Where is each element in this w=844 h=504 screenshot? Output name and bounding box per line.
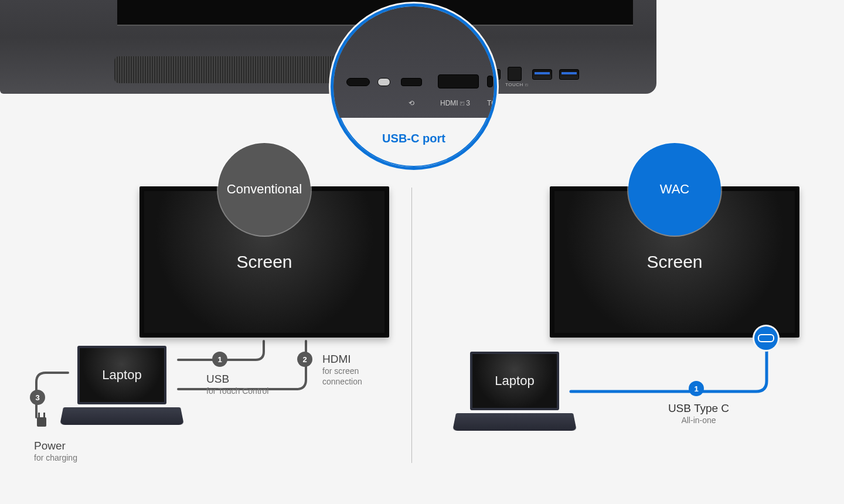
- vertical-divider: [411, 188, 412, 463]
- zoom-label-usbc-icon: ⟲: [409, 99, 414, 107]
- device-bezel: 3 TOUCH ⏍: [0, 0, 656, 94]
- left-laptop-label: Laptop: [80, 348, 164, 402]
- step-blue-badge: 1: [689, 381, 704, 396]
- port-label-touch: TOUCH ⏍: [505, 82, 528, 87]
- caption-power-title: Power: [34, 440, 77, 452]
- left-laptop: Laptop: [63, 346, 181, 431]
- right-laptop: Laptop: [456, 352, 573, 437]
- caption-usbc-sub: All-in-one: [663, 415, 734, 425]
- badge-conventional: Conventional: [218, 143, 311, 236]
- caption-hdmi-sub: for screen connection: [322, 366, 393, 387]
- caption-usb-sub: for Touch Control: [206, 386, 268, 396]
- caption-power-sub: for charging: [34, 452, 77, 463]
- caption-usbc: USB Type C All-in-one: [663, 402, 734, 425]
- caption-hdmi: HDMI for screen connection: [322, 353, 393, 387]
- port-usb-b: [508, 67, 522, 81]
- zoom-port-light: [377, 78, 390, 86]
- power-plug-icon: [35, 417, 48, 431]
- caption-hdmi-title: HDMI: [322, 353, 393, 366]
- step-2-badge: 2: [297, 352, 312, 367]
- port-usb-a-1: [532, 69, 552, 80]
- speaker-grille: [114, 56, 343, 83]
- step-3-badge: 3: [30, 390, 45, 405]
- zoom-label-hdmi: HDMI ⏍ 3: [440, 99, 470, 107]
- badge-wac-label: WAC: [660, 182, 690, 197]
- step-3-number: 3: [35, 393, 39, 402]
- step-blue-number: 1: [694, 384, 698, 393]
- zoom-port-usbc: [401, 78, 422, 86]
- zoom-port-edge: [487, 76, 493, 87]
- port-usb-a-2: [559, 69, 579, 80]
- zoom-port-hdmi: [438, 74, 479, 88]
- right-laptop-label: Laptop: [472, 354, 557, 408]
- caption-usb-title: USB: [206, 373, 268, 386]
- caption-usb: USB for Touch Control: [206, 373, 268, 396]
- caption-power: Power for charging: [34, 440, 77, 463]
- zoom-label-tc: TC: [487, 99, 496, 107]
- badge-wac: WAC: [628, 143, 721, 236]
- usbc-port-icon: [754, 326, 778, 350]
- caption-usbc-title: USB Type C: [663, 402, 734, 415]
- step-1-badge: 1: [212, 352, 227, 367]
- step-2-number: 2: [302, 355, 307, 364]
- diagram-root: 3 TOUCH ⏍ ⟲ HDMI ⏍ 3 TC USB-C port Scree…: [0, 0, 844, 504]
- step-1-number: 1: [217, 355, 222, 364]
- zoom-circle: ⟲ HDMI ⏍ 3 TC USB-C port: [331, 4, 497, 170]
- zoom-port-oval: [346, 78, 370, 86]
- zoom-caption: USB-C port: [333, 132, 494, 145]
- badge-conventional-label: Conventional: [227, 182, 302, 197]
